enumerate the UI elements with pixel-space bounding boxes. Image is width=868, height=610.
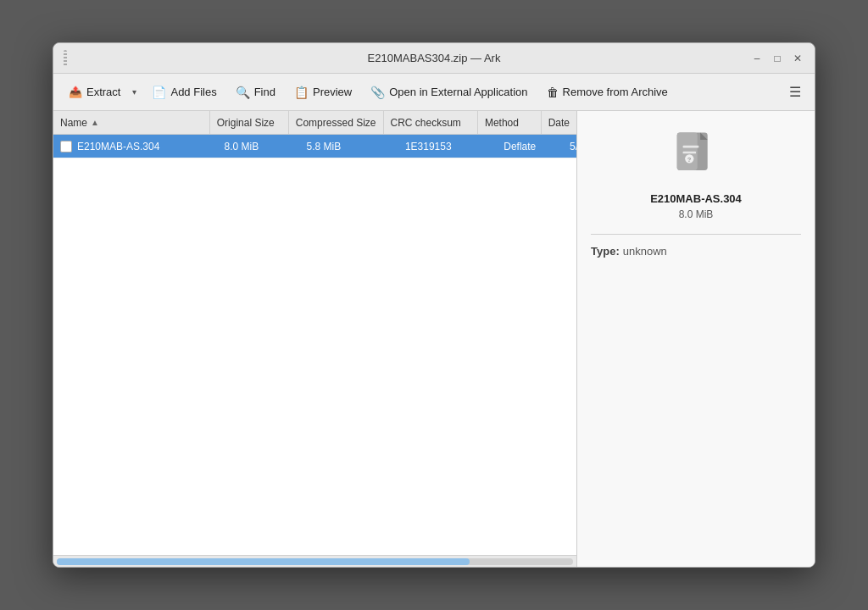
- detail-type-value: unknown: [623, 245, 667, 258]
- detail-panel: ? E210MAB-AS.304 8.0 MiB Type: unknown: [577, 111, 815, 567]
- open-external-button[interactable]: 📎 Open in External Application: [362, 81, 536, 103]
- preview-icon: 📋: [294, 86, 309, 99]
- hamburger-menu-button[interactable]: ☰: [782, 80, 808, 104]
- detail-filesize: 8.0 MiB: [679, 208, 714, 220]
- main-window: E210MABAS304.zip — Ark – □ ✕ 📤 Extract ▾: [53, 42, 815, 568]
- file-checkbox[interactable]: [60, 141, 72, 152]
- col-header-date[interactable]: Date: [542, 111, 576, 134]
- cell-method: Deflate: [497, 141, 563, 152]
- detail-filename: E210MAB-AS.304: [650, 192, 742, 205]
- cell-date: 5/20/22 7:09 PM: [563, 141, 576, 152]
- detail-file-icon: ?: [669, 128, 723, 182]
- window-grip: [64, 50, 67, 67]
- add-files-button[interactable]: 📄 Add Files: [143, 81, 225, 103]
- close-button[interactable]: ✕: [791, 52, 804, 65]
- extract-icon: 📤: [69, 86, 82, 98]
- preview-button[interactable]: 📋 Preview: [286, 81, 360, 103]
- file-list-area: Name ▲ Original Size Compressed Size CRC…: [53, 111, 577, 567]
- extract-split-button[interactable]: 📤 Extract ▾: [60, 81, 142, 103]
- open-external-icon: 📎: [370, 86, 385, 99]
- chevron-down-icon: ▾: [132, 87, 136, 97]
- extract-dropdown-button[interactable]: ▾: [127, 83, 142, 101]
- table-row[interactable]: E210MAB-AS.304 8.0 MiB 5.8 MiB 1E319153 …: [53, 135, 576, 158]
- scrollbar-track: [57, 558, 573, 565]
- detail-divider: [591, 234, 801, 235]
- svg-rect-4: [683, 152, 696, 154]
- add-files-icon: 📄: [152, 86, 166, 99]
- remove-icon: 🗑: [547, 86, 559, 99]
- maximize-button[interactable]: □: [771, 52, 784, 65]
- window-title: E210MABAS304.zip — Ark: [368, 52, 501, 64]
- cell-crc: 1E319153: [398, 141, 497, 152]
- titlebar: E210MABAS304.zip — Ark – □ ✕: [53, 43, 815, 74]
- cell-name: E210MAB-AS.304: [53, 141, 218, 152]
- col-header-original[interactable]: Original Size: [210, 111, 289, 134]
- find-button[interactable]: 🔍 Find: [227, 81, 284, 103]
- svg-rect-3: [683, 146, 699, 148]
- scrollbar-thumb[interactable]: [57, 558, 470, 565]
- horizontal-scrollbar[interactable]: [53, 555, 576, 567]
- cell-original: 8.0 MiB: [218, 141, 300, 152]
- col-header-name[interactable]: Name ▲: [53, 111, 210, 134]
- extract-button[interactable]: 📤 Extract: [60, 81, 127, 103]
- table-header: Name ▲ Original Size Compressed Size CRC…: [53, 111, 576, 135]
- titlebar-controls: – □ ✕: [750, 52, 804, 65]
- search-icon: 🔍: [236, 86, 250, 99]
- sort-asc-icon: ▲: [91, 118, 99, 127]
- remove-button[interactable]: 🗑 Remove from Archive: [538, 81, 676, 103]
- hamburger-icon: ☰: [789, 85, 801, 99]
- content-area: Name ▲ Original Size Compressed Size CRC…: [53, 111, 815, 567]
- col-header-compressed[interactable]: Compressed Size: [289, 111, 384, 134]
- detail-type-label: Type:: [591, 245, 620, 258]
- svg-text:?: ?: [687, 156, 692, 164]
- col-header-crc[interactable]: CRC checksum: [384, 111, 478, 134]
- col-header-method[interactable]: Method: [478, 111, 542, 134]
- table-body: E210MAB-AS.304 8.0 MiB 5.8 MiB 1E319153 …: [53, 135, 576, 555]
- toolbar: 📤 Extract ▾ 📄 Add Files 🔍 Find 📋 Preview…: [53, 74, 815, 111]
- detail-type-row: Type: unknown: [591, 245, 801, 258]
- detail-meta: Type: unknown: [591, 245, 801, 258]
- cell-compressed: 5.8 MiB: [300, 141, 398, 152]
- titlebar-left: [64, 50, 67, 67]
- minimize-button[interactable]: –: [750, 52, 764, 65]
